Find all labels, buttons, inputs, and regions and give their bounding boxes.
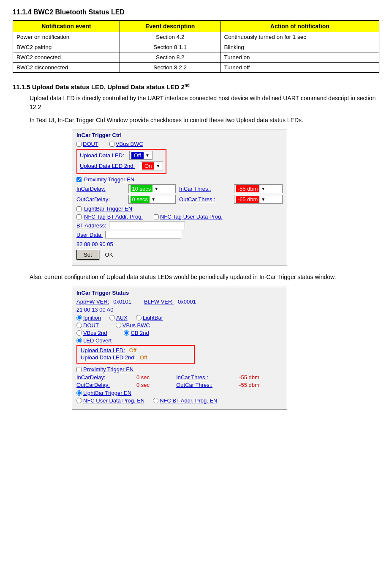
status-upload-led2-value: Off: [140, 354, 147, 361]
status-proximity-label: Proximity Trigger EN: [83, 366, 133, 372]
status-upload-led2-label: Upload Data LED 2nd:: [81, 354, 136, 361]
incar-thres-value: -55 dbm: [236, 185, 260, 192]
upload-led2-row: Upload Data LED 2nd: On ▼: [80, 162, 163, 170]
incar-delay-dropdown[interactable]: 10 secs ▼: [128, 184, 176, 193]
status-nfc-bt-radio[interactable]: [153, 398, 158, 403]
incar-thres-dropdown[interactable]: -55 dbm ▼: [234, 184, 283, 193]
nfc-tag-bt-label: NFC Tag BT Addr. Prog.: [84, 214, 143, 220]
nfc-tag-bt-checkbox[interactable]: [76, 214, 82, 219]
upload-led-arrow: ▼: [145, 153, 150, 158]
table-cell: Section 8.2: [120, 52, 220, 63]
dout-checkbox-label[interactable]: DOUT: [76, 141, 98, 147]
incar-delay-arrow: ▼: [154, 186, 158, 191]
status-upload-led-row: Upload Data LED: Off: [81, 347, 191, 353]
upload-led2-value: On: [142, 162, 154, 170]
table-row: BWC2 disconnectedSection 8.2.2Turned off: [13, 63, 379, 73]
vbus2nd-radio-label[interactable]: VBus 2nd: [76, 330, 107, 336]
vbus2nd-label: VBus 2nd: [83, 330, 107, 336]
status-nfc-bt-label: NFC BT Addr. Prog. EN: [160, 397, 217, 404]
appfw-value: 0x0101: [113, 298, 131, 305]
lightbar-radio[interactable]: [136, 315, 142, 320]
table-cell: Section 8.2.2: [120, 63, 220, 73]
status-lightbar-trigger-radio[interactable]: [76, 390, 82, 396]
col-header-event: Notification event: [13, 21, 120, 32]
blfw-value: 0x0001: [178, 298, 196, 305]
status-lightbar-trigger-radio-label[interactable]: LightBar Trigger EN: [76, 390, 131, 396]
upload-led-section: Upload Data LED: Off ▼ Upload Data LED 2…: [76, 149, 166, 174]
proximity-row: Proximity Trigger EN: [76, 176, 283, 183]
dout-checkbox[interactable]: [76, 142, 82, 147]
vbus-bwc-label: VBus BWC: [116, 141, 143, 147]
bt-address-input[interactable]: [109, 222, 185, 229]
status-nfc-user-radio[interactable]: [76, 398, 82, 403]
status-nfc-user-radio-label[interactable]: NFC User Data Prog. EN: [76, 397, 144, 404]
dout-status-radio-label[interactable]: DOUT: [76, 322, 99, 329]
status-proximity-checkbox[interactable]: [76, 367, 82, 372]
vbus-bwc-status-label: VBus BWC: [122, 322, 150, 329]
set-button[interactable]: Set: [76, 250, 99, 260]
status-nfc-bt-radio-label[interactable]: NFC BT Addr. Prog. EN: [153, 397, 217, 404]
led-covert-label: LED Covert: [83, 337, 112, 344]
hex-address: 82 88 00 90 05: [76, 241, 283, 247]
bt-address-row: BT Address:: [76, 222, 283, 229]
upload-led2-dropdown[interactable]: On ▼: [140, 162, 163, 170]
status-incar-delay-value: 0 sec: [136, 374, 173, 381]
status-lightbar-trigger-row: LightBar Trigger EN: [76, 390, 283, 396]
ver-row: AppFW VER: 0x0101 BLFW VER: 0x0001: [76, 298, 283, 305]
status-upload-section: Upload Data LED: Off Upload Data LED 2nd…: [76, 345, 195, 364]
nfc-tag-user-label: NFC Tag User Data Prog.: [160, 214, 223, 220]
vbus-bwc-checkbox-label[interactable]: VBus BWC: [109, 141, 143, 147]
ignition-radio[interactable]: [76, 315, 82, 320]
section-115: 11.1.5 Upload Data status LED, Upload Da…: [13, 83, 379, 410]
status-delay-grid: InCarDelay: 0 sec InCar Thres.: -55 dbm …: [76, 374, 283, 388]
section-115-para2: In Test UI, In-Car Trigger Ctrl Window p…: [30, 116, 379, 125]
ok-label: OK: [105, 252, 113, 258]
set-ok-row: Set OK: [76, 250, 283, 260]
cb2nd-radio[interactable]: [124, 330, 129, 336]
cb2nd-radio-label[interactable]: CB 2nd: [124, 330, 149, 336]
upload-led-row: Upload Data LED: Off ▼: [80, 151, 163, 160]
lightbar-row: LightBar Trigger EN: [76, 205, 283, 212]
aux-radio-label[interactable]: AUX: [109, 315, 128, 321]
table-row: BWC2 connectedSection 8.2Turned on: [13, 52, 379, 63]
outcar-delay-dropdown[interactable]: 0 secs ▼: [128, 195, 176, 204]
upload-led2-arrow: ▼: [156, 164, 160, 168]
cb2nd-label: CB 2nd: [131, 330, 149, 336]
section-115-para1: Upload data LED is directly controlled b…: [30, 94, 379, 112]
outcar-delay-label: OutCarDelay:: [76, 196, 125, 203]
vbus2nd-radio[interactable]: [76, 330, 82, 336]
lightbar-radio-label[interactable]: LightBar: [136, 315, 163, 321]
lightbar-status-label: LightBar: [143, 315, 163, 321]
vbus-bwc-checkbox[interactable]: [109, 142, 114, 147]
ignition-radio-label[interactable]: Ignition: [76, 315, 101, 321]
proximity-checkbox[interactable]: [76, 177, 82, 182]
lightbar-checkbox[interactable]: [76, 206, 82, 211]
table-cell: Turned on: [220, 52, 379, 63]
vbus-bwc-status-radio-label[interactable]: VBus BWC: [116, 322, 150, 329]
led-covert-radio[interactable]: [76, 338, 82, 343]
outcar-delay-value: 0 secs: [131, 196, 150, 203]
led-covert-radio-label[interactable]: LED Covert: [76, 337, 112, 344]
dout-status-radio[interactable]: [76, 323, 82, 328]
col-header-desc: Event description: [120, 21, 220, 32]
dout-label: DOUT: [83, 141, 98, 147]
nfc-tag-user-checkbox[interactable]: [154, 214, 159, 219]
status-hex-line: 21 00 13 00 A0: [76, 307, 283, 313]
bt-address-label: BT Address:: [76, 222, 106, 229]
dout-vbus-row: DOUT VBus BWC: [76, 141, 283, 147]
table-cell: Power on notification: [13, 32, 120, 42]
incar-thres-label: InCar Thres.:: [179, 186, 231, 192]
table-row: BWC2 pairingSection 8.1.1Blinking: [13, 42, 379, 52]
outcar-thres-dropdown[interactable]: -65 dbm ▼: [234, 195, 283, 204]
user-data-input[interactable]: [105, 231, 181, 238]
ignition-row: Ignition AUX LightBar: [76, 315, 283, 321]
vbus-bwc-status-radio[interactable]: [116, 323, 121, 328]
lightbar-label: LightBar Trigger EN: [84, 205, 132, 212]
upload-led-dropdown[interactable]: Off ▼: [129, 151, 152, 160]
appfw-label: AppFW VER:: [76, 298, 109, 305]
nfc-tag-user-group: NFC Tag User Data Prog.: [154, 214, 223, 220]
status-lightbar-trigger-label: LightBar Trigger EN: [83, 390, 131, 396]
upload-led2-label: Upload Data LED 2nd:: [80, 163, 135, 169]
aux-radio[interactable]: [109, 315, 115, 320]
section-115-title: 11.1.5 Upload Data status LED, Upload Da…: [13, 83, 379, 90]
